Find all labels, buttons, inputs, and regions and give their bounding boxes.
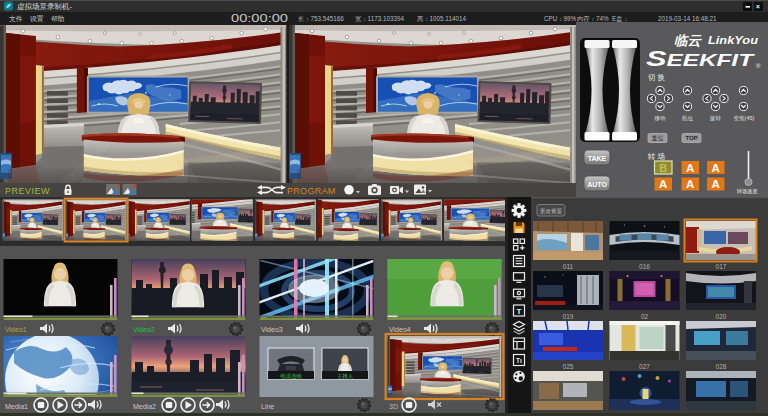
svg-text:02: 02: [641, 313, 649, 320]
svg-text:旋转: 旋转: [709, 115, 722, 122]
svg-text:020: 020: [716, 313, 727, 320]
svg-text:A: A: [712, 162, 720, 174]
svg-text:设置: 设置: [30, 15, 44, 22]
svg-text:转场速度: 转场速度: [737, 188, 759, 195]
svg-text:A: A: [712, 178, 720, 190]
svg-text:A: A: [686, 178, 694, 190]
svg-text:复位: 复位: [652, 135, 664, 142]
svg-text:×: ×: [756, 3, 760, 10]
svg-text:E盘：: E盘：: [612, 15, 629, 22]
svg-text:025: 025: [563, 363, 574, 370]
svg-text:CPU：99%: CPU：99%: [544, 15, 577, 22]
svg-text:A: A: [686, 162, 694, 174]
svg-text:切换: 切换: [648, 73, 667, 82]
svg-text:B: B: [659, 162, 667, 174]
svg-text:AUTO: AUTO: [587, 181, 607, 188]
svg-text:SEEKFIT: SEEKFIT: [646, 47, 755, 71]
svg-text:内存：74%: 内存：74%: [577, 15, 609, 22]
svg-text:Media1: Media1: [5, 403, 28, 410]
svg-text:027: 027: [639, 363, 650, 370]
svg-text:帮助: 帮助: [51, 15, 65, 23]
svg-text:电话连线: 电话连线: [280, 373, 302, 380]
svg-text:高：1005.114014: 高：1005.114014: [417, 15, 466, 22]
svg-text:变焦(45): 变焦(45): [734, 115, 755, 122]
svg-text:T: T: [517, 307, 522, 316]
svg-text:Line: Line: [261, 403, 274, 410]
svg-text:转场: 转场: [647, 152, 667, 161]
svg-text:Video4: Video4: [389, 326, 411, 333]
svg-text:LinkYou: LinkYou: [708, 34, 758, 46]
svg-text:TAKE: TAKE: [588, 155, 607, 162]
svg-text:2019-03-14 16:48:21: 2019-03-14 16:48:21: [658, 15, 717, 22]
svg-text:Video1: Video1: [5, 326, 27, 333]
svg-text:017: 017: [716, 263, 727, 270]
svg-text:虚拟场景录制机-: 虚拟场景录制机-: [17, 2, 73, 11]
svg-text:®: ®: [756, 63, 761, 69]
svg-text:A: A: [659, 178, 667, 190]
svg-text:长：753.545166: 长：753.545166: [298, 15, 344, 22]
svg-text:011: 011: [563, 263, 574, 270]
svg-text:移动: 移动: [655, 115, 667, 122]
svg-text:00:00:00: 00:00:00: [231, 12, 288, 24]
svg-text:主持人: 主持人: [337, 373, 354, 380]
svg-text:Video2: Video2: [133, 326, 155, 333]
svg-text:更改背景: 更改背景: [540, 208, 563, 214]
svg-text:Video3: Video3: [261, 326, 283, 333]
svg-text:016: 016: [639, 263, 650, 270]
svg-text:机位: 机位: [682, 115, 694, 122]
svg-text:临云: 临云: [674, 33, 703, 48]
svg-text:028: 028: [716, 363, 727, 370]
svg-text:019: 019: [563, 313, 574, 320]
svg-text:PREVIEW: PREVIEW: [5, 186, 50, 196]
svg-text:宽：1173.103394: 宽：1173.103394: [355, 15, 404, 23]
svg-text:PROGRAM: PROGRAM: [287, 186, 336, 196]
svg-text:TOP: TOP: [685, 135, 697, 141]
svg-text:3D: 3D: [389, 403, 398, 410]
svg-text:Tı: Tı: [516, 357, 522, 364]
svg-text:Media2: Media2: [133, 403, 156, 410]
svg-text:文件: 文件: [9, 15, 23, 22]
